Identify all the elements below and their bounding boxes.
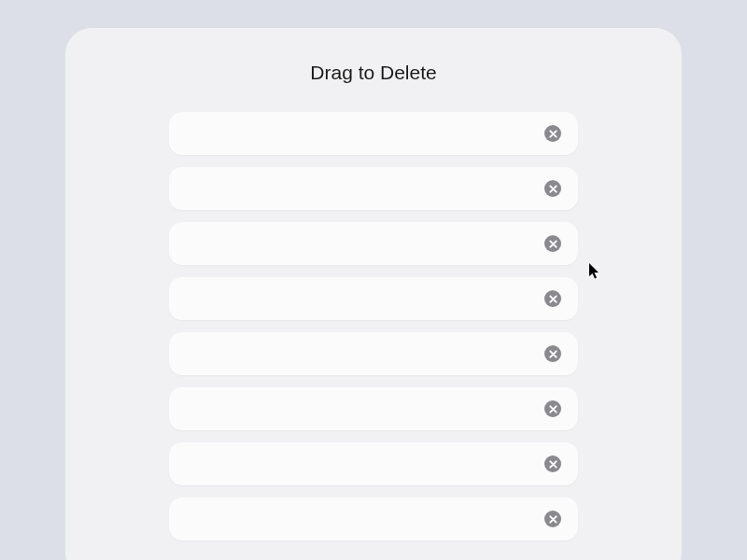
close-icon	[549, 515, 557, 524]
item-list	[65, 112, 682, 540]
list-item[interactable]	[169, 332, 578, 375]
main-panel: Drag to Delete	[65, 28, 682, 560]
list-item[interactable]	[169, 387, 578, 430]
delete-button[interactable]	[544, 180, 561, 197]
list-item[interactable]	[169, 167, 578, 210]
delete-button[interactable]	[544, 290, 561, 307]
page-title: Drag to Delete	[310, 62, 436, 84]
close-icon	[549, 240, 557, 248]
delete-button[interactable]	[544, 400, 561, 417]
close-icon	[549, 460, 557, 469]
close-icon	[549, 295, 557, 303]
close-icon	[549, 185, 557, 193]
delete-button[interactable]	[544, 455, 561, 472]
close-icon	[549, 405, 557, 413]
list-item[interactable]	[169, 442, 578, 485]
list-item[interactable]	[169, 222, 578, 265]
list-item[interactable]	[169, 497, 578, 540]
close-icon	[549, 130, 557, 138]
delete-button[interactable]	[544, 235, 561, 252]
delete-button[interactable]	[544, 125, 561, 142]
delete-button[interactable]	[544, 511, 561, 527]
list-item[interactable]	[169, 277, 578, 320]
list-item[interactable]	[169, 112, 578, 155]
delete-button[interactable]	[544, 345, 561, 362]
close-icon	[549, 350, 557, 358]
